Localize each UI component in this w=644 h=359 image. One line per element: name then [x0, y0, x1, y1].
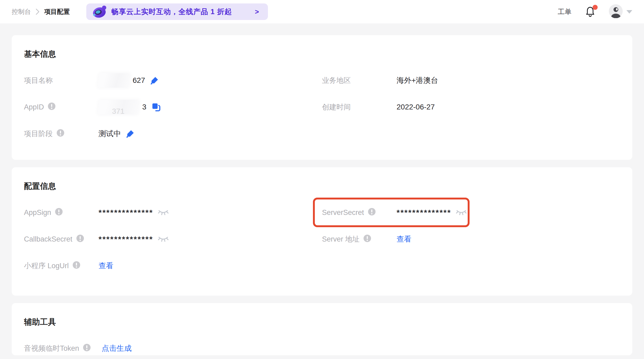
project-stage-row: 项目阶段 测试中 [24, 120, 322, 147]
serversecret-row: ServerSecret ************** [322, 199, 620, 226]
chevron-right-icon [35, 8, 40, 15]
top-bar: 控制台 项目配置 [0, 0, 644, 23]
business-region-label: 业务地区 [322, 76, 351, 85]
business-region-value: 海外+港澳台 [397, 75, 438, 85]
breadcrumb: 控制台 项目配置 [12, 7, 70, 16]
business-region-row: 业务地区 海外+港澳台 [322, 67, 620, 94]
redaction-blur [98, 73, 130, 88]
info-icon[interactable] [48, 102, 56, 112]
config-info-card: 配置信息 AppSign ******* [12, 167, 632, 296]
auxiliary-tools-title: 辅助工具 [24, 317, 620, 327]
basic-info-title: 基本信息 [24, 49, 620, 59]
chevron-down-icon[interactable] [626, 10, 632, 17]
server-address-row: Server 地址 查看 [322, 226, 620, 252]
appsign-row: AppSign ************** [24, 199, 322, 226]
edit-icon[interactable] [150, 76, 159, 85]
main-content: 基本信息 项目名称 627 [0, 35, 644, 355]
mascot-icon [92, 4, 107, 19]
appid-row: AppID 371 3 [24, 94, 322, 120]
appsign-label: AppSign [24, 209, 51, 217]
empty-cell [322, 335, 620, 355]
notification-bell-icon[interactable] [585, 6, 596, 18]
project-name-row: 项目名称 627 [24, 67, 322, 94]
info-icon[interactable] [363, 234, 371, 244]
eye-closed-icon[interactable] [158, 236, 169, 242]
serversecret-masked-value: ************** [397, 208, 451, 217]
miniprogram-logurl-label: 小程序 LogUrl [24, 261, 69, 271]
appid-faint-fragment: 371 [112, 107, 124, 114]
promo-banner-arrow[interactable]: > [255, 8, 259, 16]
copy-icon[interactable] [151, 102, 161, 112]
info-icon[interactable] [76, 234, 84, 244]
config-info-title: 配置信息 [24, 181, 620, 191]
created-at-value: 2022-06-27 [397, 103, 435, 111]
server-address-label: Server 地址 [322, 234, 360, 244]
eye-closed-icon[interactable] [456, 209, 467, 216]
appsign-masked-value: ************** [99, 208, 153, 217]
rtc-temp-token-label: 音视频临时Token [24, 344, 79, 353]
generate-token-link[interactable]: 点击生成 [102, 343, 132, 353]
callbacksecret-label: CallbackSecret [24, 235, 72, 243]
basic-info-card: 基本信息 项目名称 627 [12, 35, 632, 160]
rtc-temp-token-row: 音视频临时Token 点击生成 [24, 335, 322, 355]
header-actions: 工单 [558, 4, 632, 19]
avatar[interactable] [609, 4, 623, 19]
console-page: 控制台 项目配置 [0, 0, 644, 359]
ticket-link[interactable]: 工单 [558, 7, 572, 17]
breadcrumb-project-config: 项目配置 [44, 7, 70, 16]
project-stage-value: 测试中 [99, 129, 121, 139]
info-icon[interactable] [55, 208, 63, 218]
miniprogram-logurl-view-link[interactable]: 查看 [99, 261, 113, 271]
info-icon[interactable] [83, 344, 91, 353]
user-menu[interactable] [609, 4, 632, 19]
project-name-label: 项目名称 [24, 76, 53, 85]
info-icon[interactable] [72, 261, 80, 271]
promo-banner[interactable]: 畅享云上实时互动，全线产品 1 折起 > [86, 3, 268, 20]
created-at-label: 创建时间 [322, 102, 351, 112]
created-at-row: 创建时间 2022-06-27 [322, 94, 620, 120]
callbacksecret-row: CallbackSecret ************** [24, 226, 322, 252]
project-name-value: 627 [133, 76, 145, 85]
breadcrumb-console[interactable]: 控制台 [12, 7, 31, 16]
serversecret-label: ServerSecret [322, 209, 364, 217]
empty-cell [322, 252, 620, 279]
empty-cell [322, 120, 620, 147]
appid-label: AppID [24, 103, 44, 111]
server-address-view-link[interactable]: 查看 [397, 234, 411, 244]
info-icon[interactable] [368, 208, 376, 218]
redaction-blur: 371 [98, 100, 139, 114]
eye-closed-icon[interactable] [158, 209, 169, 216]
edit-icon[interactable] [126, 129, 135, 138]
project-stage-label: 项目阶段 [24, 129, 53, 138]
info-icon[interactable] [56, 129, 64, 139]
auxiliary-tools-card: 辅助工具 音视频临时Token 点击生成 [12, 303, 632, 355]
appid-value: 3 [142, 103, 146, 111]
notification-badge [593, 5, 598, 10]
miniprogram-logurl-row: 小程序 LogUrl 查看 [24, 252, 322, 279]
callbacksecret-masked-value: ************** [99, 235, 153, 244]
promo-banner-text: 畅享云上实时互动，全线产品 1 折起 [111, 7, 232, 17]
